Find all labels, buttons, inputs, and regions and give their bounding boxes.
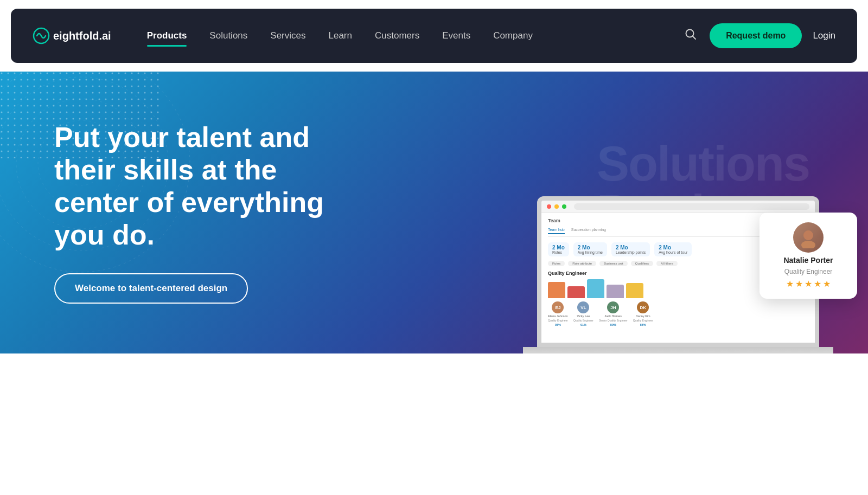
mock-bar-2	[587, 279, 604, 298]
nav-right: Request demo Login	[682, 23, 835, 48]
mock-stat-hiring: 2 Mo Avg hiring time	[573, 242, 607, 256]
mock-person-role-1: Quality Engineer	[573, 319, 593, 322]
mock-person-1: VL Vicky Lee Quality Engineer 91%	[573, 301, 593, 326]
mock-stat-hours: 2 Mo Avg hours of tour	[654, 242, 692, 256]
login-link[interactable]: Login	[813, 30, 835, 41]
mock-person-name-2: Jack Holmes	[605, 314, 622, 318]
svg-point-11	[801, 241, 815, 248]
logo[interactable]: eightfold.ai	[33, 27, 111, 44]
mock-bar-0	[548, 282, 565, 298]
mock-tab-teamhub[interactable]: Team hub	[548, 228, 565, 234]
mock-stat-hours-label: Avg hours of tour	[659, 250, 687, 254]
window-close-dot	[547, 204, 551, 209]
star-2: ★	[795, 279, 803, 289]
svg-line-2	[693, 36, 696, 40]
mock-chart-bars	[548, 279, 643, 298]
hero-visual: Natalie Porter Quality Engineer ★ ★ ★ ★ …	[521, 196, 835, 353]
profile-card-stars: ★ ★ ★ ★ ★	[786, 279, 831, 289]
mock-bar-4	[626, 283, 643, 298]
navbar: eightfold.ai Products Solutions Services…	[11, 9, 857, 63]
request-demo-button[interactable]: Request demo	[710, 23, 802, 48]
mock-person-score-1: 91%	[580, 323, 586, 326]
nav-link-company[interactable]: Company	[484, 26, 541, 46]
mock-person-name-3: Danny Kim	[636, 314, 650, 318]
mock-stat-leadership-label: Leadership points	[616, 250, 646, 254]
hero-content: Put your talent and their skills at the …	[54, 121, 369, 303]
mock-person-name-0: Elena Johnson	[548, 314, 567, 318]
mock-stat-leadership: 2 Mo Leadership points	[611, 242, 650, 256]
profile-card-name: Natalie Porter	[783, 256, 833, 265]
mock-stat-hiring-value: 2 Mo	[578, 245, 603, 250]
mock-avatar-0: EJ	[552, 301, 564, 313]
mock-stat-hiring-label: Avg hiring time	[578, 250, 603, 254]
profile-card-role: Quality Engineer	[784, 268, 833, 275]
hero-title: Put your talent and their skills at the …	[54, 121, 369, 251]
mock-filter-qualifiers[interactable]: Qualifiers	[631, 261, 653, 266]
mock-avatar-1: VL	[577, 301, 589, 313]
profile-card-avatar	[793, 222, 824, 253]
mock-stat-hours-value: 2 Mo	[659, 245, 687, 250]
mock-filter-bizunit[interactable]: Business unit	[599, 261, 628, 266]
nav-links: Products Solutions Services Learn Custom…	[138, 26, 682, 46]
mock-filter-all[interactable]: All filters	[656, 261, 678, 266]
mock-person-role-2: Senior Quality Engineer	[599, 319, 628, 322]
laptop-base	[523, 347, 833, 353]
star-5: ★	[823, 279, 831, 289]
mock-tab-succession[interactable]: Succession planning	[571, 228, 606, 234]
nav-link-products[interactable]: Products	[138, 26, 196, 46]
mock-filter-roleattr[interactable]: Role attribute	[568, 261, 596, 266]
mock-person-score-3: 88%	[640, 323, 646, 326]
profile-card: Natalie Porter Quality Engineer ★ ★ ★ ★ …	[760, 213, 857, 299]
mock-people-row: EJ Elena Johnson Quality Engineer 93% VL…	[548, 301, 808, 326]
mock-stat-roles-label: Roles	[552, 250, 565, 254]
mock-filter-roles[interactable]: Roles	[548, 261, 565, 266]
nav-link-customers[interactable]: Customers	[366, 26, 428, 46]
star-1: ★	[786, 279, 794, 289]
nav-link-solutions[interactable]: Solutions	[201, 26, 256, 46]
nav-link-events[interactable]: Events	[433, 26, 479, 46]
brand-name: eightfold.ai	[53, 30, 111, 42]
mock-person-2: JH Jack Holmes Senior Quality Engineer 8…	[599, 301, 628, 326]
mock-stat-roles: 2 Mo Roles	[548, 242, 569, 256]
mock-stat-roles-value: 2 Mo	[552, 245, 565, 250]
mock-bar-3	[607, 285, 624, 298]
mock-person-3: DK Danny Kim Quality Engineer 88%	[633, 301, 653, 326]
window-maximize-dot	[562, 204, 566, 209]
mock-person-role-3: Quality Engineer	[633, 319, 653, 322]
below-hero-whitespace	[0, 353, 868, 469]
search-button[interactable]	[682, 26, 699, 46]
hero-section: Solutions Products Customers Put your ta…	[0, 72, 868, 353]
nav-link-services[interactable]: Services	[261, 26, 314, 46]
mock-person-role-0: Quality Engineer	[548, 319, 568, 322]
hero-cta-button[interactable]: Welcome to talent-centered design	[54, 273, 248, 304]
mock-bar-1	[567, 286, 585, 298]
mock-person-score-2: 89%	[610, 323, 616, 326]
star-3: ★	[805, 279, 812, 289]
star-4: ★	[814, 279, 821, 289]
nav-link-learn[interactable]: Learn	[320, 26, 360, 46]
svg-point-12	[803, 230, 813, 240]
mock-stat-leadership-value: 2 Mo	[616, 245, 646, 250]
mock-url-bar	[574, 203, 809, 210]
mock-person-0: EJ Elena Johnson Quality Engineer 93%	[548, 301, 568, 326]
mock-avatar-2: JH	[607, 301, 619, 313]
mock-person-score-0: 93%	[555, 323, 561, 326]
mock-browser-bar	[541, 201, 815, 213]
mock-avatar-3: DK	[637, 301, 649, 313]
window-minimize-dot	[554, 204, 559, 209]
mock-person-name-1: Vicky Lee	[577, 314, 590, 318]
